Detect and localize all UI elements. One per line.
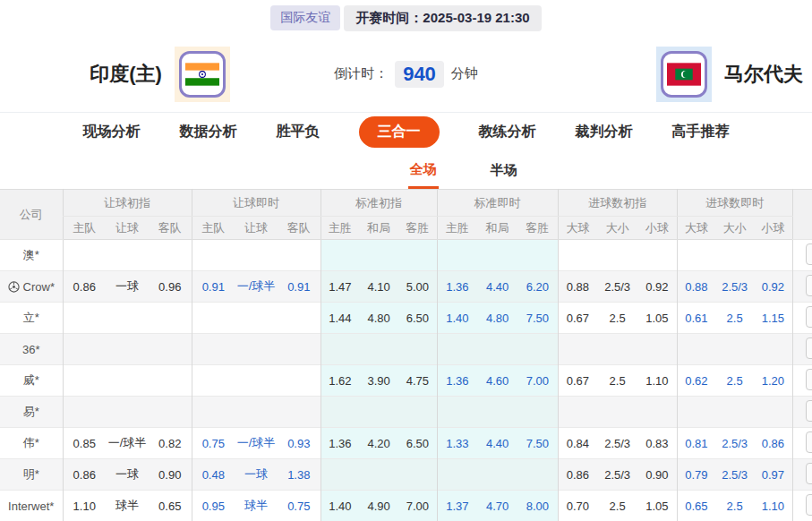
odds-cell: 1.10 bbox=[754, 491, 792, 521]
company-cell[interactable]: 36* bbox=[0, 334, 63, 365]
col-header: 小球 bbox=[754, 217, 792, 240]
odds-cell: 5.00 bbox=[398, 271, 437, 303]
col-header: 主队 bbox=[63, 217, 106, 240]
odds-cell bbox=[192, 303, 235, 334]
odds-cell bbox=[477, 240, 517, 271]
odds-cell: 一/球半 bbox=[235, 271, 278, 303]
col-header: 让球 bbox=[106, 217, 149, 240]
odds-cell: 0.86 bbox=[63, 271, 106, 303]
odds-cell bbox=[715, 397, 754, 428]
odds-cell bbox=[359, 334, 398, 365]
countdown: 倒计时： 940 分钟 bbox=[298, 61, 514, 88]
odds-cell bbox=[677, 334, 715, 365]
odds-cell bbox=[192, 397, 235, 428]
odds-cell: 0.95 bbox=[192, 491, 235, 521]
odds-cell bbox=[235, 303, 278, 334]
odds-cell: 1.15 bbox=[754, 303, 792, 334]
col-header: 客队 bbox=[278, 217, 321, 240]
nav-tab-scene-analysis[interactable]: 现场分析 bbox=[83, 123, 141, 141]
nav-tabs: 现场分析 数据分析 胜平负 三合一 教练分析 裁判分析 高手推荐 bbox=[0, 113, 812, 150]
odds-cell: 2.5/3 bbox=[597, 428, 637, 459]
odds-cell bbox=[637, 397, 677, 428]
odds-cell: 2.5 bbox=[597, 365, 637, 397]
odds-cell: 0.92 bbox=[754, 271, 792, 303]
away-team: 马尔代夫 bbox=[514, 47, 812, 102]
nav-tab-three-in-one[interactable]: 三合一 bbox=[359, 116, 440, 148]
odds-cell: 2.5 bbox=[715, 365, 754, 397]
odds-cell bbox=[192, 240, 235, 271]
odds-cell bbox=[517, 240, 558, 271]
odds-cell bbox=[558, 240, 597, 271]
odds-cell: 1.05 bbox=[637, 491, 677, 521]
nav-tab-win-draw-lose[interactable]: 胜平负 bbox=[277, 123, 320, 141]
company-name: 明* bbox=[23, 467, 39, 481]
detail-button[interactable] bbox=[806, 275, 812, 296]
col-header: 大小 bbox=[597, 217, 637, 240]
company-cell[interactable]: 易* bbox=[0, 397, 63, 428]
odds-cell: 0.67 bbox=[558, 303, 597, 334]
col-header: 主队 bbox=[192, 217, 235, 240]
subtab-half-match[interactable]: 半场 bbox=[489, 152, 519, 187]
odds-cell: 2.5 bbox=[715, 303, 754, 334]
odds-cell bbox=[398, 397, 437, 428]
odds-cell: 球半 bbox=[106, 491, 149, 521]
odds-cell: 1.37 bbox=[437, 491, 477, 521]
detail-button[interactable] bbox=[806, 463, 812, 484]
odds-cell: 0.91 bbox=[192, 271, 235, 303]
detail-button[interactable] bbox=[806, 243, 812, 265]
odds-cell bbox=[192, 365, 235, 397]
odds-cell bbox=[754, 240, 792, 271]
odds-cell: 6.50 bbox=[398, 303, 437, 334]
odds-cell: 7.50 bbox=[517, 303, 558, 334]
league-badge[interactable]: 国际友谊 bbox=[270, 5, 340, 30]
detail-button[interactable] bbox=[806, 337, 812, 359]
nav-tab-referee-analysis[interactable]: 裁判分析 bbox=[576, 123, 633, 141]
company-name: Interwet* bbox=[8, 500, 54, 513]
col-header: 客胜 bbox=[398, 217, 437, 240]
col-header: 主胜 bbox=[437, 217, 477, 240]
company-cell[interactable]: 立* bbox=[0, 303, 63, 334]
odds-cell bbox=[359, 240, 398, 271]
detail-button[interactable] bbox=[806, 431, 812, 453]
detail-cell bbox=[792, 397, 812, 428]
odds-cell: 0.96 bbox=[149, 271, 192, 303]
subtab-full-match[interactable]: 全场 bbox=[408, 151, 439, 189]
nav-tab-coach-analysis[interactable]: 教练分析 bbox=[479, 123, 536, 141]
detail-button[interactable] bbox=[806, 494, 812, 516]
group-header-standard-live: 标准即时 bbox=[437, 190, 558, 217]
detail-cell bbox=[792, 365, 812, 397]
nav-tab-data-analysis[interactable]: 数据分析 bbox=[180, 123, 237, 141]
company-cell[interactable]: 澳* bbox=[0, 240, 63, 271]
odds-cell: 1.40 bbox=[321, 491, 359, 521]
detail-button[interactable] bbox=[806, 306, 812, 328]
detail-button[interactable] bbox=[806, 400, 812, 422]
odds-cell bbox=[517, 459, 558, 491]
table-row: 立*1.444.806.501.404.807.500.672.51.050.6… bbox=[0, 303, 812, 334]
odds-cell: 4.70 bbox=[477, 491, 517, 521]
nav-tab-expert-picks[interactable]: 高手推荐 bbox=[672, 123, 730, 141]
odds-cell: 4.60 bbox=[477, 365, 517, 397]
col-header: 主胜 bbox=[321, 217, 359, 240]
detail-button[interactable] bbox=[806, 369, 812, 390]
odds-cell bbox=[192, 334, 235, 365]
odds-cell: 2.5/3 bbox=[715, 271, 754, 303]
odds-cell: 4.90 bbox=[359, 491, 398, 521]
odds-cell: 3.90 bbox=[359, 365, 398, 397]
away-team-name: 马尔代夫 bbox=[724, 61, 803, 88]
group-header-goals-live: 进球数即时 bbox=[677, 190, 792, 217]
company-cell[interactable]: 伟* bbox=[0, 428, 63, 459]
odds-cell: 8.00 bbox=[517, 491, 558, 521]
company-cell[interactable]: Crow* bbox=[0, 271, 63, 303]
odds-cell: 0.88 bbox=[677, 271, 715, 303]
odds-cell: 1.38 bbox=[278, 459, 321, 491]
odds-cell bbox=[398, 240, 437, 271]
odds-cell bbox=[359, 459, 398, 491]
company-cell[interactable]: Interwet* bbox=[0, 491, 63, 521]
odds-cell bbox=[149, 240, 192, 271]
table-row: Crow*0.86一球0.960.91一/球半0.911.474.105.001… bbox=[0, 271, 812, 303]
odds-cell bbox=[278, 397, 321, 428]
odds-cell: 7.50 bbox=[517, 428, 558, 459]
company-cell[interactable]: 威* bbox=[0, 365, 63, 397]
odds-cell: 0.86 bbox=[558, 459, 597, 491]
company-cell[interactable]: 明* bbox=[0, 459, 63, 491]
